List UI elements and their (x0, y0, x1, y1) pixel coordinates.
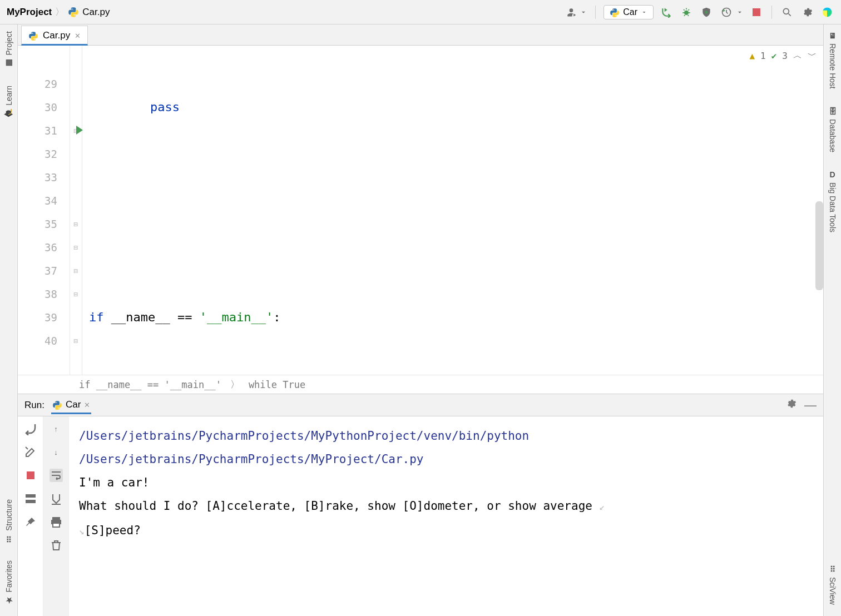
settings-button[interactable] (800, 5, 814, 19)
editor[interactable]: 29 30 31 32 33 34 35 36 37 38 39 40 ⊟ ⊟⊟… (18, 46, 823, 375)
editor-tab-label: Car.py (43, 30, 70, 41)
scroll-to-end-icon[interactable] (50, 492, 63, 505)
prev-highlight-icon[interactable]: ︿ (793, 50, 802, 62)
svg-rect-3 (26, 494, 36, 498)
python-file-icon (68, 7, 79, 18)
run-tab-car[interactable]: Car ✕ (51, 396, 91, 414)
right-tool-rail: 🖥Remote Host 🗄Database DBig Data Tools ⠿… (823, 24, 841, 616)
hide-run-icon[interactable]: — (804, 398, 817, 413)
soft-wrap-icon[interactable] (50, 469, 63, 482)
fold-gutter[interactable]: ⊟ ⊟⊟⊟ ⊟⊟ (70, 46, 82, 375)
tool-window-favorites[interactable]: ★Favorites (4, 557, 13, 608)
run-actions-column (18, 416, 43, 616)
run-with-coverage-button[interactable] (699, 5, 714, 19)
left-tool-rail: ▦Project 🎓Learn ⠿Structure ★Favorites (0, 24, 18, 616)
run-tool-title: Run: (24, 400, 44, 411)
tool-window-sciview[interactable]: ⠿SciView (828, 562, 837, 608)
rerun-icon[interactable] (24, 422, 37, 435)
tool-window-database[interactable]: 🗄Database (828, 103, 837, 156)
run-settings-icon[interactable] (785, 398, 797, 413)
tool-window-big-data[interactable]: DBig Data Tools (828, 167, 837, 236)
debug-button[interactable] (679, 5, 694, 19)
code-breadcrumbs[interactable]: if __name__ == '__main__'〉while True (18, 375, 823, 394)
editor-tabs: Car.py ✕ (18, 24, 823, 46)
search-everywhere-button[interactable] (780, 5, 794, 19)
run-button[interactable] (659, 5, 674, 19)
stop-run-icon[interactable] (24, 469, 37, 482)
editor-scrollbar[interactable] (815, 201, 823, 290)
stop-button[interactable] (749, 5, 764, 19)
down-stack-icon[interactable]: ↓ (50, 445, 63, 459)
tool-window-learn[interactable]: 🎓Learn (4, 82, 13, 121)
line-number-gutter[interactable]: 29 30 31 32 33 34 35 36 37 38 39 40 (18, 46, 70, 375)
up-stack-icon[interactable]: ↑ (50, 422, 63, 435)
code-with-me-icon[interactable] (564, 5, 578, 19)
svg-rect-5 (52, 517, 60, 520)
code-with-me-dropdown-icon[interactable] (580, 5, 587, 19)
navigation-bar: MyProject 〉 Car.py Car (0, 0, 841, 24)
ok-icon: ✔ (771, 51, 777, 61)
breadcrumb-separator: 〉 (55, 6, 65, 18)
breadcrumb-file[interactable]: Car.py (82, 7, 110, 18)
svg-point-2 (783, 8, 789, 14)
console-actions-column: ↑ ↓ (43, 416, 69, 616)
soft-wrap-arrow-icon: ↙ (600, 501, 605, 512)
tool-window-remote-host[interactable]: 🖥Remote Host (828, 28, 837, 92)
tool-window-structure[interactable]: ⠿Structure (4, 496, 13, 547)
pin-icon[interactable] (24, 515, 37, 529)
editor-tab-car[interactable]: Car.py ✕ (21, 26, 88, 46)
next-highlight-icon[interactable]: ﹀ (808, 50, 817, 62)
print-icon[interactable] (50, 515, 63, 529)
close-run-tab-icon[interactable]: ✕ (84, 401, 90, 409)
console-output[interactable]: /Users/jetbrains/PycharmProjects/MyPytho… (69, 416, 823, 616)
run-tool-window: Run: Car ✕ — (18, 394, 823, 616)
close-tab-icon[interactable]: ✕ (75, 32, 81, 40)
profile-button[interactable] (719, 5, 734, 19)
more-run-options-icon[interactable] (736, 5, 744, 19)
code-area[interactable]: pass if __name__ == '__main__': my_car =… (82, 46, 823, 375)
breadcrumb-project[interactable]: MyProject (7, 7, 52, 18)
run-configuration-selector[interactable]: Car (603, 5, 654, 19)
svg-rect-4 (26, 500, 36, 503)
edit-config-icon[interactable] (24, 445, 37, 459)
delete-icon[interactable] (50, 539, 63, 552)
python-file-icon (28, 31, 38, 41)
pycharm-help-icon[interactable] (820, 5, 834, 19)
soft-wrap-arrow-icon: ↘ (79, 526, 85, 536)
svg-rect-7 (53, 523, 60, 527)
svg-point-0 (684, 10, 689, 14)
warning-icon: ▲ (749, 51, 755, 61)
python-file-icon (52, 400, 62, 410)
tool-window-project[interactable]: ▦Project (4, 28, 13, 71)
layout-icon[interactable] (24, 492, 37, 505)
inspection-widget[interactable]: ▲1 ✔3 ︿ ﹀ (749, 50, 817, 62)
